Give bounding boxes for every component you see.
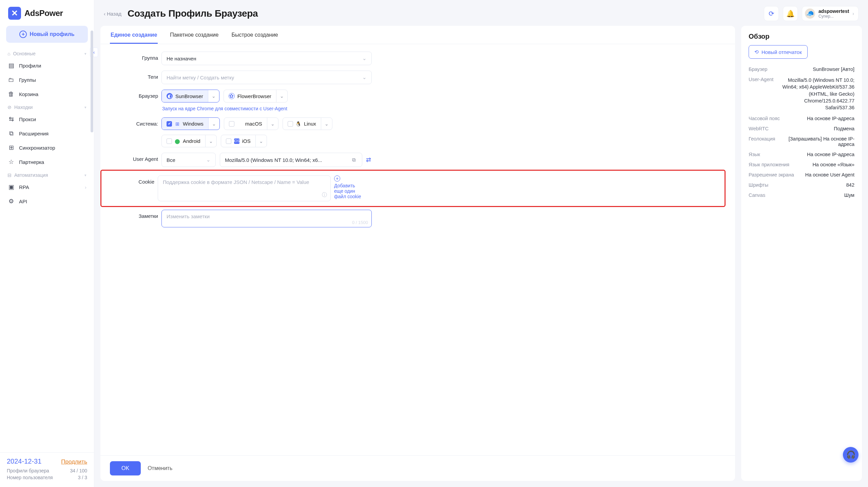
tags-select[interactable]: Найти метку / Создать метку ⌄ [161, 71, 372, 84]
avatar: 🧢 [805, 8, 815, 19]
plus-circle-icon: + [334, 175, 340, 182]
new-profile-button[interactable]: + Новый профиль [6, 26, 88, 43]
flower-browser-icon: ✿ [229, 93, 235, 99]
ua-label: User Agent [100, 153, 158, 162]
form-body: Группа Не назначен ⌄ Теги Найти ме [100, 44, 735, 455]
topbar: ‹ Назад Создать Профиль Браузера ⟳ 🔔 🧢 a… [94, 0, 868, 26]
summary-canvas: Шум [844, 192, 854, 198]
sidebar-item-profiles[interactable]: ▤Профили [3, 58, 91, 73]
trash-icon: 🗑 [7, 90, 15, 98]
sidebar-item-sync[interactable]: ⊞Синхронизатор [3, 141, 91, 155]
tab-single[interactable]: Единое создание [110, 26, 158, 44]
new-fingerprint-button[interactable]: ⟲ Новый отпечаток [749, 45, 808, 59]
sidebar-item-api[interactable]: ⚙API [3, 194, 91, 208]
chevron-down-icon: ▾ [84, 52, 86, 56]
cookie-textarea[interactable]: Поддержка cookie в формате JSON / Netsca… [158, 175, 331, 201]
copy-icon[interactable]: ⧉ [350, 156, 357, 163]
sidebar-item-proxy[interactable]: ⇆Прокси [3, 112, 91, 126]
summary-timezone: На основе IP-адреса [807, 116, 854, 121]
bell-icon: 🔔 [786, 10, 795, 18]
cookie-highlight-box: Cookie Поддержка cookie в формате JSON /… [100, 170, 726, 207]
browser-sun-option[interactable]: ◐SunBrowser ⌄ [161, 90, 219, 102]
tab-batch[interactable]: Пакетное создание [169, 26, 219, 44]
summary-webrtc: Подмена [834, 126, 854, 131]
notifications-button[interactable]: 🔔 [783, 6, 798, 21]
checkbox-off-icon [167, 138, 172, 144]
shuffle-ua-button[interactable]: ⇄ [365, 156, 372, 163]
sidebar-item-rpa[interactable]: ▣RPA › [3, 180, 91, 194]
os-linux-dropdown[interactable]: ⌄ [321, 118, 332, 130]
sidebar-scrollbar[interactable] [91, 31, 93, 197]
user-menu[interactable]: 🧢 adspowertest Супер... › [802, 6, 859, 21]
new-profile-label: Новый профиль [30, 31, 74, 37]
notes-textarea[interactable]: Изменить заметки 0 / 1500 [161, 210, 372, 227]
sidebar-item-affiliate[interactable]: ☆Партнерка [3, 155, 91, 169]
os-macos-option[interactable]: macOS ⌄ [224, 117, 278, 130]
browser-sun-dropdown[interactable]: ⌄ [208, 90, 219, 102]
cancel-button[interactable]: Отменить [148, 465, 172, 471]
back-button[interactable]: ‹ Назад [104, 11, 121, 17]
nav-section-findings[interactable]: ⊘Находки ▾ [3, 101, 91, 112]
add-cookie-file-button[interactable]: + Добавить еще один файл cookie [334, 175, 365, 199]
chevron-right-icon: › [85, 184, 86, 190]
sidebar-item-trash[interactable]: 🗑Корзина [3, 87, 91, 101]
os-linux-option[interactable]: 🐧Linux ⌄ [283, 117, 332, 130]
chevron-down-icon: ⌄ [206, 157, 211, 163]
sidebar-item-extensions[interactable]: ⧉Расширения [3, 126, 91, 141]
notes-label: Заметки [100, 210, 158, 219]
tags-label: Теги [100, 71, 158, 80]
star-icon: ☆ [7, 158, 15, 166]
summary-fonts: 842 [846, 182, 854, 188]
info-icon: ⓘ [322, 192, 327, 198]
home-icon: ⌂ [7, 51, 10, 56]
subscription-date: 2024-12-31 [7, 457, 41, 465]
support-fab[interactable]: 🎧 [843, 447, 859, 463]
os-ios-option[interactable]: iOSiOS ⌄ [221, 135, 267, 147]
form-panel: Единое создание Пакетное создание Быстро… [100, 26, 735, 481]
link-icon: ⊘ [7, 105, 12, 110]
brand-icon: ✕ [8, 7, 21, 20]
stat-users-value: 3 / 3 [78, 475, 87, 480]
page-title: Создать Профиль Браузера [128, 8, 258, 19]
summary-resolution: На основе User Agent [805, 172, 854, 177]
sun-browser-icon: ◐ [167, 93, 173, 99]
robot-icon: ▣ [7, 183, 15, 191]
stat-users-label: Номер пользователя [7, 475, 53, 480]
nav-section-automation[interactable]: ⊟Автоматизация ▾ [3, 169, 91, 180]
os-android-option[interactable]: ⬤Android ⌄ [161, 135, 217, 147]
group-select[interactable]: Не назначен ⌄ [161, 52, 372, 65]
tab-quick[interactable]: Быстрое создание [231, 26, 278, 44]
os-macos-dropdown[interactable]: ⌄ [267, 118, 278, 130]
os-ios-dropdown[interactable]: ⌄ [255, 135, 267, 147]
extend-link[interactable]: Продлить [61, 458, 87, 465]
os-android-dropdown[interactable]: ⌄ [205, 135, 216, 147]
form-footer: OK Отменить [100, 455, 735, 481]
fingerprint-icon: ⟲ [754, 49, 759, 55]
os-windows-option[interactable]: ✔⊞Windows ⌄ [161, 117, 220, 130]
os-windows-dropdown[interactable]: ⌄ [208, 118, 219, 130]
nav-section-main[interactable]: ⌂Основные ▾ [3, 48, 91, 58]
sidebar-footer: 2024-12-31 Продлить Профили браузера 34 … [0, 452, 94, 487]
automation-icon: ⊟ [7, 172, 12, 178]
sidebar-nav: ⌂Основные ▾ ▤Профили 🗀Группы 🗑Корзина ⊘Н… [0, 48, 94, 452]
apple-icon [237, 121, 243, 127]
tabs: Единое создание Пакетное создание Быстро… [100, 26, 735, 44]
ios-icon: iOS [234, 138, 239, 144]
summary-lang: На основе IP-адреса [807, 152, 854, 157]
linux-icon: 🐧 [296, 121, 301, 127]
chevron-down-icon: ▾ [84, 173, 86, 177]
ua-type-select[interactable]: Все ⌄ [161, 153, 216, 167]
sync-icon: ⊞ [7, 144, 15, 151]
summary-ua: Mozilla/5.0 (Windows NT 10.0; Win64; x64… [778, 77, 854, 111]
ua-value-input[interactable]: Mozilla/5.0 (Windows NT 10.0; Win64; x6.… [220, 153, 362, 167]
main: ‹ Назад Создать Профиль Браузера ⟳ 🔔 🧢 a… [94, 0, 868, 487]
ok-button[interactable]: OK [110, 461, 141, 475]
notes-counter: 0 / 1500 [352, 220, 368, 225]
browser-flower-option[interactable]: ✿FlowerBrowser ⌄ [224, 90, 288, 102]
upload-icon-button[interactable]: ⟳ [764, 6, 779, 21]
group-label: Группа [100, 52, 158, 61]
android-icon: ⬤ [175, 138, 180, 144]
browser-flower-dropdown[interactable]: ⌄ [276, 90, 287, 102]
sidebar-item-groups[interactable]: 🗀Группы [3, 73, 91, 87]
summary-applang: На основе «Язык» [812, 162, 854, 167]
